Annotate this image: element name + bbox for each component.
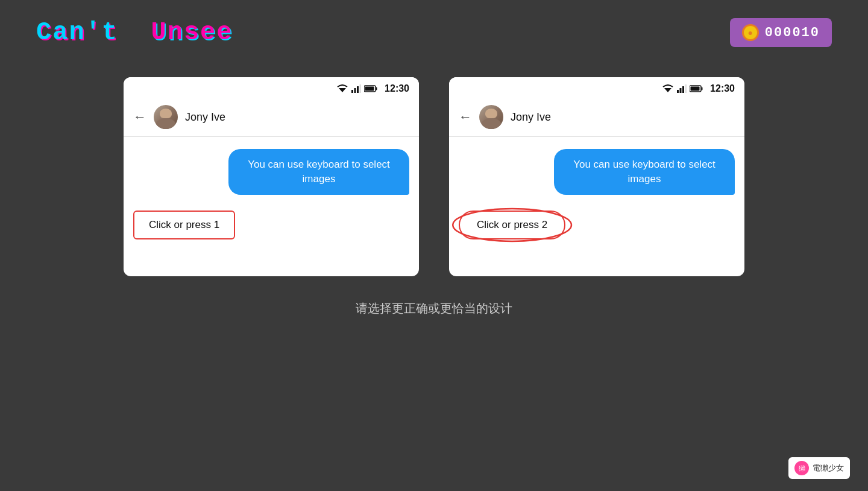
avatar-2 — [479, 105, 503, 129]
svg-rect-7 — [376, 87, 377, 90]
battery-icon — [364, 85, 377, 92]
svg-marker-8 — [664, 88, 671, 92]
svg-rect-11 — [682, 86, 684, 93]
back-arrow-1: ← — [133, 109, 146, 125]
contact-name-2: Jony Ive — [511, 111, 551, 124]
option-card-2[interactable]: 12:30 ← Jony Ive You can use keyboard to… — [449, 77, 744, 276]
watermark-label: 電獺少女 — [813, 463, 844, 474]
score-value: 000010 — [765, 25, 820, 40]
status-icons-2 — [662, 84, 703, 93]
svg-rect-10 — [680, 88, 682, 93]
svg-rect-1 — [351, 90, 353, 93]
avatar-1 — [154, 105, 178, 129]
app-logo: Can't Unsee — [36, 18, 233, 47]
svg-rect-2 — [354, 88, 356, 93]
signal-icon — [351, 84, 361, 93]
svg-rect-3 — [357, 86, 359, 93]
signal-icon-2 — [677, 84, 687, 93]
contact-name-1: Jony Ive — [185, 111, 225, 124]
chat-area-2: You can use keyboard to select images — [449, 137, 744, 207]
chat-area-1: You can use keyboard to select images — [124, 137, 419, 207]
logo-part2: Unsee — [151, 18, 233, 47]
watermark-icon: 獺 — [794, 461, 809, 475]
svg-rect-6 — [365, 87, 374, 91]
action-area-1[interactable]: Click or press 1 — [124, 207, 419, 252]
svg-marker-0 — [339, 88, 346, 92]
status-time-2: 12:30 — [710, 83, 735, 94]
status-bar-2: 12:30 — [449, 77, 744, 100]
chat-header-2: ← Jony Ive — [449, 100, 744, 137]
logo-part1: Can't — [36, 18, 118, 47]
svg-rect-14 — [691, 87, 700, 91]
svg-rect-12 — [685, 84, 687, 93]
chat-header-1: ← Jony Ive — [124, 100, 419, 137]
option-button-2[interactable]: Click or press 2 — [459, 211, 565, 239]
status-time-1: 12:30 — [385, 83, 409, 94]
status-icons-1 — [336, 84, 377, 93]
svg-rect-15 — [702, 87, 703, 90]
battery-icon-2 — [690, 85, 703, 92]
coin-icon: ● — [742, 24, 759, 41]
circle-wrapper-2: Click or press 2 — [459, 211, 565, 239]
status-bar-1: 12:30 — [124, 77, 419, 100]
score-badge: ● 000010 — [730, 18, 832, 47]
wifi-icon-2 — [662, 84, 674, 93]
instruction-text: 请选择更正确或更恰当的设计 — [0, 300, 868, 317]
option-button-1[interactable]: Click or press 1 — [133, 211, 235, 239]
svg-rect-9 — [677, 90, 679, 93]
action-area-2[interactable]: Click or press 2 — [449, 207, 744, 252]
back-arrow-2: ← — [459, 109, 472, 125]
option-card-1[interactable]: 12:30 ← Jony Ive You can use keyboard to… — [124, 77, 419, 276]
chat-bubble-1: You can use keyboard to select images — [228, 149, 409, 195]
main-content: 12:30 ← Jony Ive You can use keyboard to… — [0, 77, 868, 276]
wifi-icon — [336, 84, 348, 93]
chat-bubble-2: You can use keyboard to select images — [554, 149, 735, 195]
page-header: Can't Unsee ● 000010 — [0, 0, 868, 47]
svg-rect-4 — [360, 84, 362, 93]
watermark: 獺 電獺少女 — [788, 457, 850, 479]
